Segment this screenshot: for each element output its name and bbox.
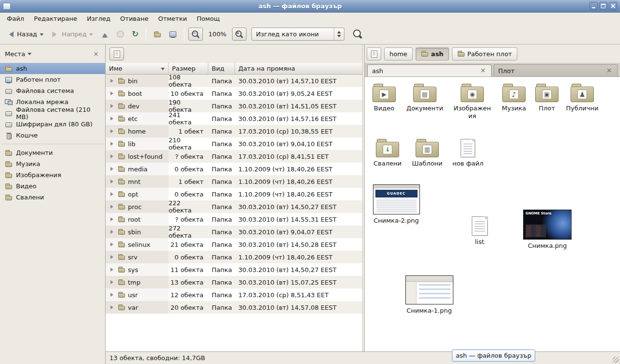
folder-item-public[interactable]: Публични xyxy=(563,84,602,112)
expander-icon[interactable] xyxy=(110,280,115,284)
column-header-date[interactable]: Дата на промяна xyxy=(235,63,362,74)
sidebar-close-icon[interactable]: × xyxy=(92,50,100,58)
home-button[interactable] xyxy=(150,27,165,42)
back-history-dropdown-icon[interactable] xyxy=(40,33,44,38)
stop-button[interactable] xyxy=(113,27,127,42)
sidebar-item-music[interactable]: Музика xyxy=(0,158,105,169)
sidebar-item-filesystem[interactable]: Файлова система xyxy=(0,85,105,96)
tab-close-icon[interactable] xyxy=(480,67,487,75)
pathbar-edit-button[interactable] xyxy=(367,47,381,61)
table-row[interactable]: tmp13 обектаПапка30.03.2010 (вт) 15,07,2… xyxy=(106,276,362,288)
reload-button[interactable] xyxy=(128,27,142,42)
expander-icon[interactable] xyxy=(110,305,115,309)
folder-item-templates[interactable]: Шаблони xyxy=(408,139,447,167)
sidebar-item-encrypted-80gb[interactable]: Шифриран дял (80 GB) xyxy=(0,119,105,130)
menu-edit[interactable]: Редактиране xyxy=(29,14,82,24)
resize-grip[interactable] xyxy=(613,357,619,363)
expander-icon[interactable] xyxy=(110,255,115,259)
expander-icon[interactable] xyxy=(110,167,115,171)
zoom-in-button[interactable] xyxy=(232,28,247,41)
crumb-desktop[interactable]: Работен плот xyxy=(452,47,517,61)
sidebar-item-pictures[interactable]: Изображения xyxy=(0,169,105,181)
expander-icon[interactable] xyxy=(110,243,115,246)
sidebar-title[interactable]: Места xyxy=(5,50,25,58)
sidebar-item-filesystem-210mb[interactable]: Файлова система (210 MB) xyxy=(0,107,105,119)
file-item-snimka[interactable]: GNOME StoreСнимка.png xyxy=(523,210,572,250)
table-row[interactable]: srv0 обектаПапка1.10.2009 (чт) 18,40,26 … xyxy=(106,251,362,263)
menu-bookmarks[interactable]: Отметки xyxy=(153,14,191,24)
table-row[interactable]: selinux21 обектаПапка30.03.2010 (вт) 14,… xyxy=(106,238,362,251)
expander-icon[interactable] xyxy=(110,268,115,272)
minimize-button[interactable] xyxy=(589,2,598,10)
crumb-home[interactable]: home xyxy=(384,47,413,61)
tab-plot[interactable]: Плот xyxy=(494,64,618,76)
expander-icon[interactable] xyxy=(110,142,115,146)
expander-icon[interactable] xyxy=(110,154,115,158)
icon-view[interactable]: Видео Документи Изображения Музика Плот … xyxy=(365,77,620,351)
table-row[interactable]: opt0 обектаПапка1.10.2009 (чт) 18,40,26 … xyxy=(106,188,362,200)
menu-view[interactable]: Изглед xyxy=(82,14,115,24)
table-row[interactable]: bin108 обектаПапка30.03.2010 (вт) 14,57,… xyxy=(106,75,362,87)
menu-file[interactable]: Файл xyxy=(2,14,29,24)
tab-ash[interactable]: ash xyxy=(367,64,492,76)
sidebar-item-ash[interactable]: ash xyxy=(0,63,105,74)
sidebar-item-downloads[interactable]: Свалени xyxy=(0,192,105,203)
close-button[interactable] xyxy=(609,2,617,10)
expander-icon[interactable] xyxy=(110,192,115,196)
menu-go[interactable]: Отиване xyxy=(115,14,153,24)
sidebar-item-video[interactable]: Видео xyxy=(0,181,105,192)
table-row[interactable]: lib210 обектаПапка30.03.2010 (вт) 9,04,1… xyxy=(106,137,362,150)
computer-button[interactable] xyxy=(166,27,180,42)
zoom-out-button[interactable] xyxy=(188,28,203,41)
column-header-size[interactable]: Размер xyxy=(169,63,208,74)
title-bar[interactable]: ash — файлов браузър xyxy=(0,0,620,13)
crumb-ash[interactable]: ash xyxy=(416,47,449,61)
expander-icon[interactable] xyxy=(110,104,115,108)
sidebar-item-documents[interactable]: Документи xyxy=(0,147,105,158)
combo-spinner-icon[interactable] xyxy=(334,28,344,40)
view-mode-select[interactable]: Изглед като икони xyxy=(251,28,344,41)
table-row[interactable]: lost+found? обектаПапка17.03.2010 (ср) 8… xyxy=(106,150,362,163)
sidebar-item-trash[interactable]: Кошче xyxy=(0,130,105,141)
file-item-new-file[interactable]: нов файл xyxy=(449,139,487,167)
menu-help[interactable]: Помощ xyxy=(192,14,225,24)
expander-icon[interactable] xyxy=(110,293,115,297)
expander-icon[interactable] xyxy=(110,129,115,133)
table-row[interactable]: dev190 обектаПапка30.03.2010 (вт) 14,51,… xyxy=(106,100,362,112)
chevron-down-icon[interactable] xyxy=(28,53,31,57)
folder-item-documents[interactable]: Документи xyxy=(405,84,444,112)
folder-item-downloads[interactable]: Свалени xyxy=(368,139,407,167)
table-row[interactable]: root? обектаПапка30.03.2010 (вт) 14,55,3… xyxy=(106,213,362,226)
table-row[interactable]: proc222 обектаПапка30.03.2010 (вт) 14,50… xyxy=(106,200,362,213)
table-row[interactable]: sys11 обектаПапка30.03.2010 (вт) 14,50,2… xyxy=(106,263,362,276)
forward-history-dropdown-icon[interactable] xyxy=(89,33,93,38)
table-row[interactable]: usr12 обектаПапка17.03.2010 (ср) 8,51,43… xyxy=(106,288,362,301)
table-row[interactable]: media0 обектаПапка1.10.2009 (чт) 18,40,2… xyxy=(106,163,362,175)
expander-icon[interactable] xyxy=(110,180,115,183)
expander-icon[interactable] xyxy=(110,217,115,221)
back-button[interactable]: Назад xyxy=(3,27,47,42)
table-row[interactable]: home1 обектПапка17.03.2010 (ср) 10,38,55… xyxy=(106,125,362,137)
table-row[interactable]: etc241 обектаПапка30.03.2010 (вт) 14,57,… xyxy=(106,112,362,125)
table-row[interactable]: mnt1 обектПапка1.10.2009 (чт) 18,40,26 E… xyxy=(106,175,362,188)
expander-icon[interactable] xyxy=(110,91,115,95)
table-row[interactable]: var20 обектаПапка30.03.2010 (вт) 14,57,0… xyxy=(106,301,362,314)
file-item-list[interactable]: list xyxy=(460,216,499,246)
maximize-button[interactable] xyxy=(599,2,607,10)
forward-button[interactable]: Напред xyxy=(48,27,96,42)
folder-item-desktop[interactable]: Плот xyxy=(527,84,566,112)
table-row[interactable]: sbin272 обектаПапка30.03.2010 (вт) 9,04,… xyxy=(106,226,362,238)
folder-item-pictures[interactable]: Изображения xyxy=(453,84,492,120)
file-item-snimka-1[interactable]: Снимка-1.png xyxy=(405,275,453,315)
location-toggle-button[interactable] xyxy=(109,47,124,61)
folder-item-video[interactable]: Видео xyxy=(365,84,403,112)
table-row[interactable]: boot10 обектаПапка30.03.2010 (вт) 9,05,2… xyxy=(106,87,362,100)
sidebar-item-desktop[interactable]: Работен плот xyxy=(0,74,105,85)
expander-icon[interactable] xyxy=(110,230,115,234)
tab-close-icon[interactable] xyxy=(605,67,613,75)
expander-icon[interactable] xyxy=(110,205,115,209)
expander-icon[interactable] xyxy=(110,79,115,83)
up-button[interactable] xyxy=(97,27,112,42)
search-button[interactable] xyxy=(349,27,366,42)
expander-icon[interactable] xyxy=(110,117,115,121)
